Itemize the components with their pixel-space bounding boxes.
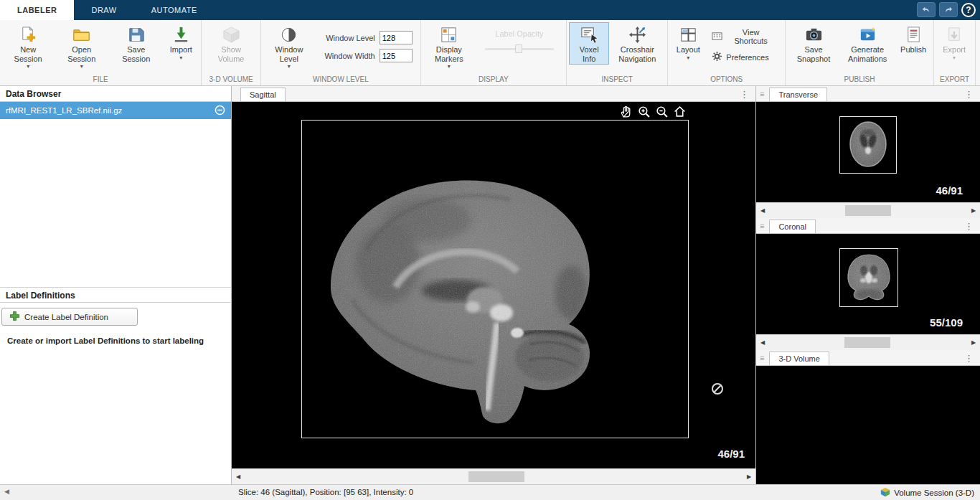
tab-3d-volume[interactable]: 3-D Volume — [769, 352, 829, 365]
session-indicator: Volume Session (3-D) — [880, 487, 974, 499]
save-snapshot-label: Save Snapshot — [792, 45, 835, 63]
tab-labeler[interactable]: LABELER — [0, 0, 74, 20]
ribbon-section-export: Export ▾ EXPORT — [934, 20, 976, 85]
ribbon: New Session ▾ Open Session ▾ Save Sessio… — [0, 20, 980, 86]
scroll-right-icon[interactable]: ▶ — [743, 469, 755, 484]
toolstrip-tabbar: LABELER DRAW AUTOMATE ? — [0, 0, 980, 20]
new-session-icon — [19, 25, 38, 44]
file-name: rfMRI_REST1_LR_SBRef.nii.gz — [6, 106, 215, 115]
coronal-menu-icon[interactable]: ⋮ — [959, 221, 979, 233]
scrollbar-track[interactable] — [769, 335, 967, 350]
scrollbar-track[interactable] — [245, 469, 743, 484]
preferences-button[interactable]: Preferences — [709, 49, 778, 65]
show-volume-button: Show Volume — [204, 22, 258, 65]
cube-icon — [222, 25, 241, 44]
tab-coronal[interactable]: Coronal — [769, 220, 816, 233]
window-level-button-label: Window Level — [268, 45, 311, 63]
layout-icon — [679, 25, 698, 44]
open-session-button[interactable]: Open Session ▾ — [54, 22, 109, 71]
green-plus-icon — [9, 311, 20, 323]
new-session-button[interactable]: New Session ▾ — [2, 22, 54, 71]
coronal-viewport[interactable]: 55/109 — [756, 234, 980, 334]
chevron-down-icon: ▾ — [288, 64, 291, 70]
chevron-down-icon: ▾ — [80, 64, 83, 70]
generate-animations-button[interactable]: Generate Animations — [839, 22, 895, 65]
open-session-icon — [72, 25, 91, 44]
window-level-input[interactable] — [380, 31, 413, 44]
zoom-out-icon[interactable] — [655, 105, 669, 118]
window-level-button[interactable]: Window Level ▾ — [263, 22, 315, 71]
tab-draw[interactable]: DRAW — [74, 0, 133, 20]
ribbon-section-window-level: Window Level ▾ Window Level Window Width… — [261, 20, 421, 85]
crosshair-navigation-button[interactable]: Crosshair Navigation — [609, 22, 665, 65]
export-icon — [945, 25, 964, 44]
coronal-slice-indicator: 55/109 — [930, 316, 963, 329]
scrollbar-thumb[interactable] — [468, 471, 524, 482]
transverse-mri-image — [840, 117, 896, 173]
medical-image-labeler-app: LABELER DRAW AUTOMATE ? New Session ▾ — [0, 0, 980, 500]
show-volume-label: Show Volume — [208, 45, 254, 63]
pan-hand-icon[interactable] — [619, 105, 633, 118]
export-label: Export — [943, 45, 966, 55]
section-caption-window-level: WINDOW LEVEL — [261, 75, 420, 85]
layout-label: Layout — [677, 45, 700, 55]
save-session-button[interactable]: Save Session — [109, 22, 163, 65]
drag-grip-icon[interactable]: ≡ — [758, 90, 766, 98]
status-bar: ◀ Slice: 46 (Sagittal), Position: [95 63… — [0, 484, 980, 500]
tab-sagittal[interactable]: Sagittal — [240, 88, 286, 101]
scroll-right-icon[interactable]: ▶ — [967, 335, 980, 350]
scroll-left-icon[interactable]: ◀ — [232, 469, 245, 484]
drag-grip-icon[interactable]: ≡ — [758, 222, 766, 230]
open-session-label: Open Session — [58, 45, 105, 63]
coronal-tabstrip: ≡ Coronal ⋮ — [756, 218, 980, 234]
sagittal-viewport[interactable]: 46/91 — [232, 102, 755, 468]
scroll-left-icon[interactable]: ◀ — [756, 335, 769, 350]
window-width-input[interactable] — [380, 49, 413, 62]
undo-button[interactable] — [917, 2, 936, 17]
voxel-info-button[interactable]: Voxel Info — [569, 22, 609, 65]
remove-file-icon[interactable] — [215, 105, 225, 117]
volume3d-tabstrip: ≡ 3-D Volume ⋮ — [756, 350, 980, 366]
volume3d-viewport[interactable] — [756, 366, 980, 484]
chevron-down-icon: ▾ — [27, 64, 29, 70]
scroll-left-icon[interactable]: ◀ — [756, 203, 769, 218]
drag-grip-icon[interactable]: ≡ — [758, 354, 766, 362]
create-label-definition-button[interactable]: Create Label Definition — [1, 308, 138, 326]
publish-button[interactable]: Publish — [895, 22, 931, 56]
tab-automate[interactable]: AUTOMATE — [134, 0, 215, 20]
import-button[interactable]: Import ▾ — [163, 22, 199, 62]
help-button[interactable]: ? — [961, 3, 976, 17]
scroll-right-icon[interactable]: ▶ — [967, 203, 980, 218]
coronal-image-frame — [839, 248, 898, 307]
sagittal-pane: Sagittal ⋮ — [232, 86, 755, 484]
layout-button[interactable]: Layout ▾ — [670, 22, 706, 62]
section-caption-display: DISPLAY — [421, 75, 566, 85]
help-icon: ? — [966, 5, 971, 15]
slider-thumb — [515, 44, 522, 53]
scrollbar-thumb[interactable] — [845, 205, 891, 216]
collapse-data-browser-icon[interactable]: ◀ — [4, 488, 9, 495]
secondary-views-panel: ≡ Transverse ⋮ — [755, 86, 980, 484]
section-caption-file: FILE — [0, 75, 201, 85]
label-opacity-control: Label Opacity — [475, 22, 564, 54]
section-caption-options: OPTIONS — [668, 75, 785, 85]
window-width-field-label: Window Width — [319, 52, 375, 60]
view-shortcuts-button[interactable]: View Shortcuts — [709, 27, 778, 47]
scrollbar-track[interactable] — [769, 203, 967, 218]
home-icon[interactable] — [673, 105, 687, 118]
data-browser-title: Data Browser — [0, 86, 231, 102]
transverse-viewport[interactable]: 46/91 — [756, 102, 980, 202]
save-snapshot-button[interactable]: Save Snapshot — [788, 22, 839, 65]
data-browser-panel: Data Browser rfMRI_REST1_LR_SBRef.nii.gz… — [0, 86, 232, 484]
tab-transverse[interactable]: Transverse — [769, 88, 827, 101]
data-browser-file-item[interactable]: rfMRI_REST1_LR_SBRef.nii.gz — [0, 102, 231, 119]
transverse-menu-icon[interactable]: ⋮ — [959, 89, 979, 101]
animation-icon — [858, 25, 877, 44]
redo-button[interactable] — [939, 2, 958, 17]
scrollbar-thumb[interactable] — [844, 337, 890, 348]
sagittal-menu-icon[interactable]: ⋮ — [735, 89, 754, 101]
zoom-in-icon[interactable] — [637, 105, 651, 118]
volume3d-menu-icon[interactable]: ⋮ — [959, 353, 979, 365]
save-session-label: Save Session — [113, 45, 159, 63]
display-markers-button[interactable]: Display Markers ▾ — [423, 22, 475, 71]
